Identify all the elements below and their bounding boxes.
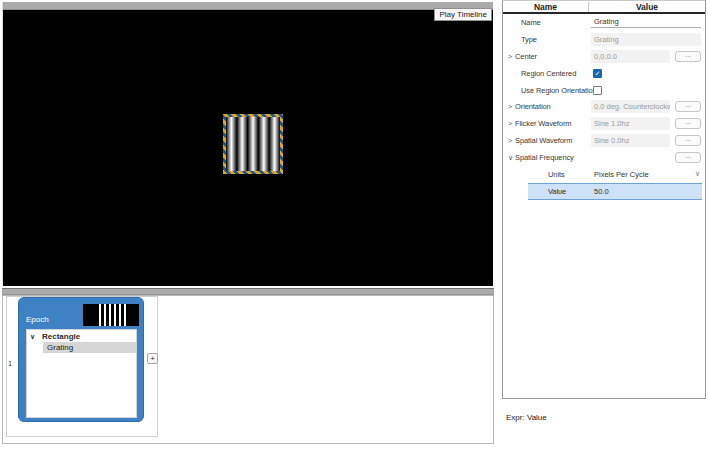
property-row-type[interactable]: Type Grating xyxy=(503,31,705,48)
properties-panel: Name Value Name Type Grating > Center 0,… xyxy=(502,0,706,399)
timeline-panel: 1 Epoch ∨ Rectangle Grating xyxy=(2,288,494,444)
timeline-track: 1 Epoch ∨ Rectangle Grating xyxy=(6,296,158,437)
property-row-region-centered[interactable]: Region Centered ✓ xyxy=(503,65,705,82)
spatial-frequency-ellipsis-button[interactable]: ... xyxy=(675,152,701,163)
grating-stripes xyxy=(226,117,280,171)
property-row-spatial-frequency[interactable]: ∨ Spatial Frequency ... xyxy=(503,149,705,166)
canvas-top-bar xyxy=(3,2,493,10)
epoch-card[interactable]: Epoch ∨ Rectangle Grating xyxy=(18,297,144,422)
expression-status-bar: Expr: Value xyxy=(506,413,547,422)
center-ellipsis-button[interactable]: ... xyxy=(675,51,701,62)
flicker-waveform-value: Sine 1.0hz xyxy=(591,117,670,130)
orientation-ellipsis-button[interactable]: ... xyxy=(675,101,701,112)
grating-stimulus[interactable] xyxy=(223,114,283,174)
tree-item-grating[interactable]: Grating xyxy=(43,342,136,353)
property-row-use-region-orientation[interactable]: Use Region Orientation xyxy=(503,82,705,99)
column-header-name: Name xyxy=(503,2,589,12)
app-window: Play Timeline 1 Epoch ∨ Rectang xyxy=(0,0,708,453)
name-input[interactable] xyxy=(591,16,701,28)
chevron-down-icon[interactable]: ∨ xyxy=(30,333,42,341)
properties-header: Name Value xyxy=(503,1,705,14)
use-region-orientation-checkbox[interactable] xyxy=(593,86,602,95)
epoch-label: Epoch xyxy=(26,315,49,324)
timeline-body: 1 Epoch ∨ Rectangle Grating xyxy=(2,295,494,444)
spatial-waveform-ellipsis-button[interactable]: ... xyxy=(675,135,701,146)
play-timeline-button[interactable]: Play Timeline xyxy=(434,8,492,21)
epoch-thumbnail-grating xyxy=(99,304,126,326)
chevron-down-icon: ∨ xyxy=(695,170,700,178)
type-value: Grating xyxy=(591,33,701,46)
chevron-down-icon[interactable]: ∨ xyxy=(503,154,515,162)
tree-item-rectangle[interactable]: ∨ Rectangle xyxy=(27,330,136,342)
property-row-center[interactable]: > Center 0,0,0.0 ... xyxy=(503,48,705,65)
units-dropdown[interactable]: Pixels Per Cycle ∨ xyxy=(591,168,701,181)
spatial-waveform-value: Sine 0.0hz xyxy=(591,134,670,147)
tree-item-label: Grating xyxy=(47,343,73,352)
stimulus-canvas-panel: Play Timeline xyxy=(2,2,493,286)
property-row-value-selected[interactable]: Value 50.0 xyxy=(528,183,702,200)
epoch-thumbnail xyxy=(83,304,139,326)
timeline-top-bar xyxy=(2,288,494,295)
chevron-right-icon[interactable]: > xyxy=(503,137,515,144)
property-row-orientation[interactable]: > Orientation 0.0 deg. Counterclockwise … xyxy=(503,98,705,115)
flicker-waveform-ellipsis-button[interactable]: ... xyxy=(675,118,701,129)
orientation-value: 0.0 deg. Counterclockwise xyxy=(591,100,670,113)
column-header-value: Value xyxy=(589,2,705,12)
tree-item-label: Rectangle xyxy=(42,332,80,341)
add-epoch-button[interactable]: + xyxy=(147,353,158,364)
chevron-right-icon[interactable]: > xyxy=(503,53,515,60)
chevron-right-icon[interactable]: > xyxy=(503,120,515,127)
region-centered-checkbox[interactable]: ✓ xyxy=(593,69,602,78)
property-row-units[interactable]: Units Pixels Per Cycle ∨ xyxy=(503,166,705,183)
property-row-flicker-waveform[interactable]: > Flicker Waveform Sine 1.0hz ... xyxy=(503,115,705,132)
units-dropdown-value: Pixels Per Cycle xyxy=(594,170,649,179)
track-row-number: 1 xyxy=(8,359,12,368)
check-icon: ✓ xyxy=(595,70,601,77)
property-row-spatial-waveform[interactable]: > Spatial Waveform Sine 0.0hz ... xyxy=(503,132,705,149)
preview-viewport[interactable]: Play Timeline xyxy=(3,10,493,286)
epoch-stimulus-list: ∨ Rectangle Grating xyxy=(26,329,137,418)
chevron-right-icon[interactable]: > xyxy=(503,103,515,110)
spatial-frequency-value xyxy=(591,156,670,160)
value-field[interactable]: 50.0 xyxy=(591,185,698,198)
property-row-name[interactable]: Name xyxy=(503,14,705,31)
center-value: 0,0,0.0 xyxy=(591,50,670,63)
